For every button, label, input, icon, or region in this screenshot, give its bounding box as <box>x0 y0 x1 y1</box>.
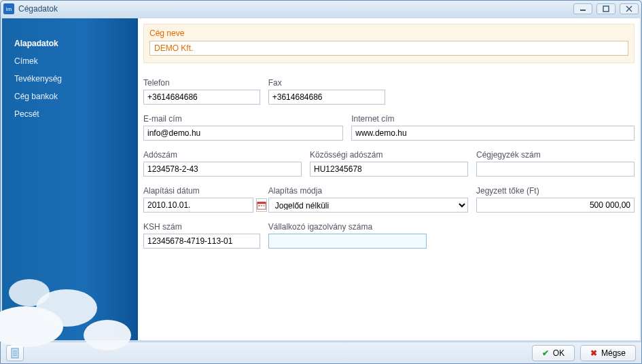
company-name-label: Cég neve <box>149 29 628 38</box>
ok-label: OK <box>553 348 565 358</box>
sidebar-item-tevekenyseg[interactable]: Tevékenység <box>2 70 138 88</box>
cross-icon: ✖ <box>590 348 597 358</box>
label-alapitas-modja: Alapítás módja <box>268 186 468 196</box>
field-email: E-mail cím <box>143 114 343 141</box>
close-icon <box>626 5 632 12</box>
sidebar-item-cimek[interactable]: Címek <box>2 52 138 70</box>
input-fax[interactable] <box>268 90 385 105</box>
select-alapitas-modja[interactable]: Jogelőd nélküli <box>268 198 468 213</box>
document-icon <box>10 348 20 359</box>
maximize-button[interactable] <box>596 3 616 14</box>
label-email: E-mail cím <box>143 114 343 124</box>
field-alapitasi-datum: Alapítási dátum <box>143 186 260 213</box>
label-internet: Internet cím <box>351 114 635 124</box>
ok-button[interactable]: ✔ OK <box>532 345 575 361</box>
body: Alapadatok Címek Tevékenység Cég bankok … <box>2 18 640 340</box>
calendar-icon <box>257 200 266 210</box>
svg-rect-1 <box>603 6 609 12</box>
input-cegjegyzek[interactable] <box>476 162 635 177</box>
label-cegjegyzek: Cégjegyzék szám <box>476 150 635 160</box>
field-vallalkozo: Vállalkozó igazolvány száma <box>268 222 427 249</box>
label-vallalkozo: Vállalkozó igazolvány száma <box>268 222 427 232</box>
svg-rect-6 <box>259 205 260 206</box>
label-jegyzett-toke: Jegyzett tőke (Ft) <box>476 186 635 196</box>
footer-tool-button[interactable] <box>6 345 24 361</box>
window: im Cégadatok Alapadatok Címek Tevékenysé… <box>0 0 642 364</box>
svg-rect-8 <box>264 205 265 206</box>
sidebar-item-pecset[interactable]: Pecsét <box>2 105 138 123</box>
label-fax: Fax <box>268 78 385 88</box>
label-adoszam: Adószám <box>143 150 302 160</box>
label-alapitasi-datum: Alapítási dátum <box>143 186 260 196</box>
minimize-icon <box>579 5 586 12</box>
field-telefon: Telefon <box>143 78 260 105</box>
close-button[interactable] <box>620 3 639 14</box>
window-controls <box>573 3 639 14</box>
field-adoszam: Adószám <box>143 150 302 177</box>
label-kozossegi: Közösségi adószám <box>310 150 468 160</box>
field-jegyzett-toke: Jegyzett tőke (Ft) <box>476 186 635 213</box>
input-email[interactable] <box>143 126 343 141</box>
main-panel: Cég neve Telefon Fax E-mail cím <box>138 18 640 340</box>
cancel-button[interactable]: ✖ Mégse <box>580 345 636 361</box>
company-name-input[interactable] <box>149 41 628 56</box>
field-cegjegyzek: Cégjegyzék szám <box>476 150 635 177</box>
company-name-block: Cég neve <box>143 24 635 63</box>
input-vallalkozo[interactable] <box>268 234 427 249</box>
svg-rect-7 <box>261 205 262 206</box>
form: Telefon Fax E-mail cím Internet cím <box>143 71 635 249</box>
sidebar-item-alapadatok[interactable]: Alapadatok <box>2 35 138 52</box>
window-title: Cégadatok <box>18 4 573 14</box>
svg-rect-5 <box>257 202 266 204</box>
label-telefon: Telefon <box>143 78 260 88</box>
input-internet[interactable] <box>351 126 635 141</box>
field-ksh: KSH szám <box>143 222 260 249</box>
app-icon: im <box>3 3 14 14</box>
input-jegyzett-toke[interactable] <box>476 198 635 213</box>
titlebar: im Cégadatok <box>1 1 641 17</box>
sidebar-decoration <box>2 259 138 340</box>
input-ksh[interactable] <box>143 234 260 249</box>
maximize-icon <box>603 5 609 12</box>
check-icon: ✔ <box>542 348 549 358</box>
cancel-label: Mégse <box>601 348 626 358</box>
sidebar: Alapadatok Címek Tevékenység Cég bankok … <box>2 18 138 340</box>
sidebar-item-ceg-bankok[interactable]: Cég bankok <box>2 88 138 105</box>
field-alapitas-modja: Alapítás módja Jogelőd nélküli <box>268 186 468 213</box>
minimize-button[interactable] <box>573 3 592 14</box>
input-kozossegi[interactable] <box>310 162 468 177</box>
field-internet: Internet cím <box>351 114 635 141</box>
input-telefon[interactable] <box>143 90 260 105</box>
field-kozossegi: Közösségi adószám <box>310 150 468 177</box>
label-ksh: KSH szám <box>143 222 260 232</box>
input-alapitasi-datum[interactable] <box>143 198 253 213</box>
calendar-button[interactable] <box>256 198 267 212</box>
field-fax: Fax <box>268 78 385 105</box>
input-adoszam[interactable] <box>143 162 302 177</box>
